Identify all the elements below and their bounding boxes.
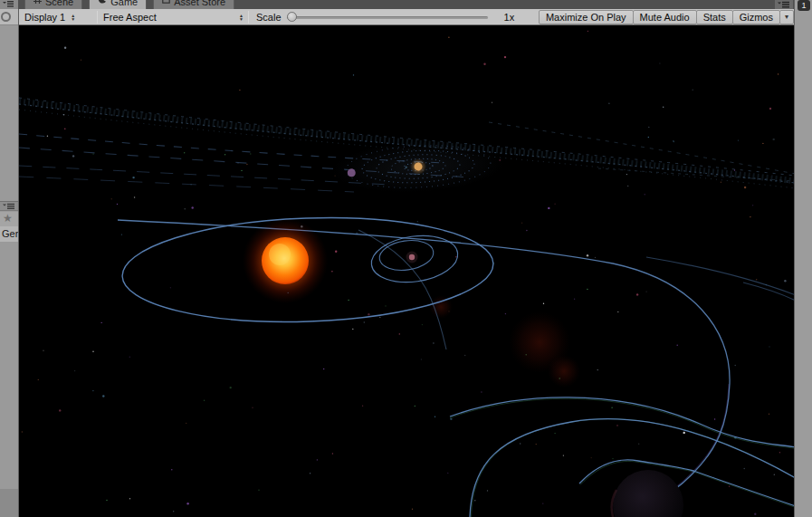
display-dropdown-value: Display 1 — [24, 12, 65, 23]
asset-store-box-icon — [162, 0, 170, 7]
left-panel-footer — [0, 489, 18, 517]
scale-slider[interactable] — [287, 11, 488, 24]
scale-label: Scale — [256, 12, 282, 23]
tab-game-label: Game — [110, 0, 138, 9]
display-dropdown[interactable]: Display 1 ▲▼ — [19, 9, 97, 25]
unity-editor-window: Scene Game Asset Store Display 1 — [0, 0, 812, 517]
favorites-star-icon[interactable]: ★ — [0, 212, 18, 226]
gizmos-dropdown-arrow[interactable]: ▾ — [779, 10, 794, 24]
tab-strip: Scene Game Asset Store — [0, 0, 812, 9]
pink-planet-glow — [406, 252, 418, 263]
scale-slider-track[interactable] — [287, 16, 488, 19]
stats-button[interactable]: Stats — [696, 10, 733, 24]
tab-asset-store-label: Asset Store — [174, 0, 225, 9]
tab-asset-store[interactable]: Asset Store — [153, 0, 234, 9]
sun — [243, 218, 328, 303]
left-pane-menu-icon[interactable] — [0, 0, 18, 9]
left-subpanel-menu-icon[interactable] — [0, 201, 18, 211]
scale-slider-knob[interactable] — [287, 12, 297, 22]
right-panel-sliver: 1 — [794, 0, 812, 517]
aspect-dropdown-value: Free Aspect — [103, 12, 157, 23]
tab-game[interactable]: Game — [89, 0, 147, 9]
orbit-arcs — [118, 212, 794, 517]
game-viewport[interactable] — [19, 25, 794, 517]
lens-flare — [429, 295, 580, 388]
dropdown-arrows-icon: ▲▼ — [71, 14, 75, 21]
search-icon[interactable] — [1, 12, 11, 22]
game-pane-menu-icon[interactable] — [775, 0, 793, 9]
dark-planet — [612, 470, 683, 517]
left-panel-item[interactable]: Gen — [0, 226, 18, 242]
game-pacman-icon — [98, 0, 107, 7]
game-view-toolbar: Display 1 ▲▼ Free Aspect ▲▼ Scale 1x Max… — [19, 9, 794, 25]
aspect-ratio-dropdown[interactable]: Free Aspect ▲▼ — [98, 9, 248, 25]
gizmos-button[interactable]: Gizmos — [732, 10, 780, 24]
mute-audio-button[interactable]: Mute Audio — [633, 10, 697, 24]
notification-badge[interactable]: 1 — [798, 0, 810, 11]
maximize-on-play-button[interactable]: Maximize On Play — [539, 10, 634, 24]
tab-scene[interactable]: Scene — [24, 0, 82, 9]
scale-value: 1x — [504, 12, 515, 23]
left-panel-sliver: ★ Gen — [0, 9, 19, 517]
space-scene — [19, 25, 794, 517]
dropdown-arrows-icon: ▲▼ — [239, 14, 244, 21]
tab-scene-label: Scene — [45, 0, 73, 9]
left-panel-toolbar — [0, 9, 18, 25]
scene-grid-icon — [33, 0, 42, 7]
star-field — [22, 31, 787, 515]
